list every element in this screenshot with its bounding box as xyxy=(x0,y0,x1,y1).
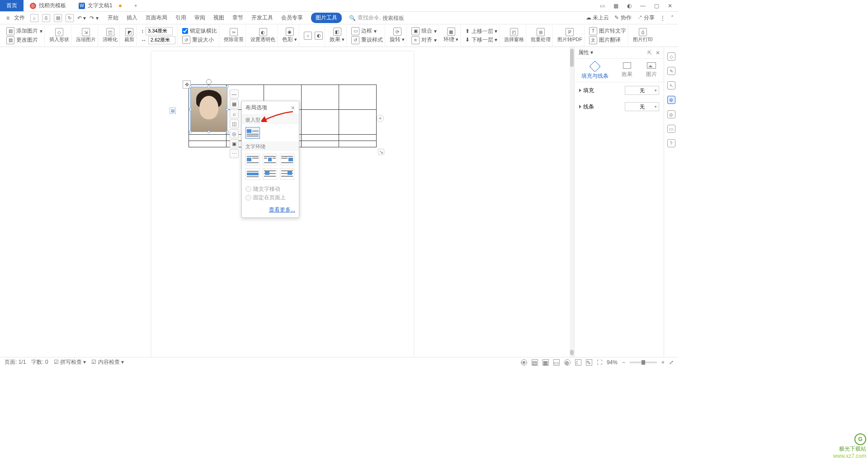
view-edit-icon[interactable]: ✎ xyxy=(586,359,592,366)
reset-size-icon[interactable]: ↺ xyxy=(182,36,190,44)
print-pic-icon[interactable]: ⎙ xyxy=(639,28,647,36)
outline-indicator-icon[interactable]: ▤ xyxy=(170,108,176,114)
wrap-inline-option[interactable] xyxy=(245,127,260,139)
view-outline-icon[interactable]: ▦ xyxy=(542,359,549,366)
border-icon[interactable]: ▭ xyxy=(351,27,359,35)
rotate-handle[interactable] xyxy=(206,79,212,85)
avatar-icon[interactable]: ◐ xyxy=(626,2,633,9)
maximize-button[interactable]: ▢ xyxy=(653,2,660,9)
wrap-front-option[interactable] xyxy=(280,168,294,180)
remove-bg-button[interactable]: 抠除背景 xyxy=(224,36,244,43)
more-icon[interactable]: ⋮ xyxy=(660,15,665,21)
panel-tab-effect[interactable]: 效果 xyxy=(622,62,632,80)
compress-icon[interactable]: ⇲ xyxy=(82,28,90,36)
transparency-button[interactable]: 设置透明色 xyxy=(250,36,275,43)
rail-settings-icon[interactable]: ⚙ xyxy=(667,96,675,104)
layout1-icon[interactable]: ▭ xyxy=(599,2,606,9)
expand-line-icon[interactable] xyxy=(579,105,581,108)
canvas-area[interactable]: ✥ ▤ — ▦ ⌕ ◫ ◎ ▣ ⋯ + ↘ 布局选项✕ 嵌入型 文字环绕 xyxy=(0,47,574,357)
tab-devtools[interactable]: 开发工具 xyxy=(251,14,273,22)
handle-br[interactable] xyxy=(226,131,229,133)
tab-document[interactable]: W文字文稿1 xyxy=(72,0,128,11)
tab-templates[interactable]: D找稻壳模板 xyxy=(24,0,72,11)
handle-ml[interactable] xyxy=(189,108,192,111)
rail-diamond-icon[interactable]: ◇ xyxy=(667,52,675,61)
collapse-button[interactable]: — xyxy=(230,89,239,99)
crop-button[interactable]: 裁剪 xyxy=(124,36,134,43)
height-input[interactable] xyxy=(146,27,173,35)
bring-front-button[interactable]: ⬆ 上移一层 ▾ xyxy=(465,28,497,35)
share-button[interactable]: ↗ 分享 xyxy=(637,14,655,22)
wrap-button[interactable]: 环绕 xyxy=(443,36,454,42)
tab-reference[interactable]: 引用 xyxy=(175,14,186,22)
search-input[interactable] xyxy=(382,15,432,21)
see-more-link[interactable]: 查看更多... xyxy=(269,207,295,213)
change-image-button[interactable]: 更改图片 xyxy=(16,36,38,44)
rail-help-icon[interactable]: ? xyxy=(667,139,675,147)
rail-brush-icon[interactable]: ✎ xyxy=(667,67,675,75)
handle-tl[interactable] xyxy=(189,85,192,88)
rotate-button[interactable]: 旋转 xyxy=(390,36,401,42)
color-icon[interactable]: ◉ xyxy=(286,28,294,36)
expand-fill-icon[interactable] xyxy=(579,89,581,92)
color-button[interactable]: 色彩 xyxy=(282,36,293,42)
fill-dropdown[interactable]: 无 xyxy=(625,86,659,95)
contentcheck-toggle[interactable]: ☑ 内容检查 ▾ xyxy=(91,358,124,366)
tab-pagelayout[interactable]: 页面布局 xyxy=(146,14,167,22)
crop-icon[interactable]: ◩ xyxy=(125,28,133,36)
redo-button[interactable]: ↷ ▾ xyxy=(90,15,98,21)
tab-insert[interactable]: 插入 xyxy=(127,14,137,22)
layout-button[interactable]: ▦ xyxy=(230,99,239,108)
view-read-icon[interactable]: ▭ xyxy=(553,359,560,366)
fit-icon[interactable]: ⛶ xyxy=(597,359,602,366)
topdf-icon[interactable]: P xyxy=(566,28,574,36)
crop-float-button[interactable]: ◫ xyxy=(230,119,239,128)
batch-icon[interactable]: ⊞ xyxy=(537,28,545,36)
combine-button[interactable]: 组合 xyxy=(421,27,432,35)
align-icon[interactable]: ≡ xyxy=(411,36,420,44)
coord-button[interactable]: ▣ xyxy=(230,139,239,148)
effect-icon[interactable]: ◧ xyxy=(333,28,341,36)
line-dropdown[interactable]: 无 xyxy=(625,102,659,111)
eye-icon[interactable]: 👁 xyxy=(521,359,527,366)
translate-icon[interactable]: 文 xyxy=(589,36,597,44)
border-button[interactable]: 边框 xyxy=(361,27,372,35)
change-image-icon[interactable]: ▧ xyxy=(6,36,14,44)
combine-icon[interactable]: ▣ xyxy=(411,27,420,35)
view-web-icon[interactable]: ⊕ xyxy=(564,359,571,366)
selpane-icon[interactable]: ◰ xyxy=(510,28,518,36)
shape-icon[interactable]: ◇ xyxy=(55,28,63,36)
zoom-slider[interactable] xyxy=(630,362,657,363)
contrast-icon[interactable]: ◐ xyxy=(315,32,323,40)
close-button[interactable]: ✕ xyxy=(666,2,674,9)
sharpen-button[interactable]: 清晰化 xyxy=(103,36,118,43)
bright-icon[interactable]: ☼ xyxy=(304,32,312,40)
add-image-icon[interactable]: ▧ xyxy=(6,27,14,35)
rotate-icon[interactable]: ⟳ xyxy=(393,28,401,36)
translate-button[interactable]: 图片翻译 xyxy=(599,36,621,44)
pin-icon[interactable]: ⇱ xyxy=(647,50,652,56)
view-page-icon[interactable]: ▤ xyxy=(532,359,538,366)
add-column-button[interactable]: + xyxy=(377,115,384,122)
send-back-button[interactable]: ⬇ 下移一层 ▾ xyxy=(465,36,497,44)
add-image-button[interactable]: 添加图片 xyxy=(16,27,38,35)
preview-icon[interactable]: ▤ xyxy=(54,14,62,22)
effect-button[interactable]: 效果 xyxy=(330,36,340,42)
handle-bm[interactable] xyxy=(208,131,210,133)
wrap-topbottom-option[interactable] xyxy=(245,168,260,180)
char-count[interactable]: 字数: 0 xyxy=(31,358,48,366)
tab-review[interactable]: 审阅 xyxy=(194,14,205,22)
more-float-button[interactable]: ⋯ xyxy=(230,149,239,158)
batch-button[interactable]: 批量处理 xyxy=(531,36,551,43)
resize-table-handle[interactable]: ↘ xyxy=(378,149,384,155)
idea-button[interactable]: ◎ xyxy=(230,129,239,138)
file-menu[interactable]: 文件 xyxy=(14,14,25,22)
print-icon[interactable]: ⎙ xyxy=(42,14,50,22)
width-input[interactable] xyxy=(148,36,175,44)
panel-close-button[interactable]: ✕ xyxy=(656,50,660,56)
new-tab-button[interactable]: + xyxy=(128,0,144,11)
search-icon[interactable]: 🔍 xyxy=(349,15,356,21)
to-text-button[interactable]: 图片转文字 xyxy=(599,27,626,35)
zoom-out-button[interactable]: − xyxy=(622,359,625,366)
collab-button[interactable]: ✎ 协作 xyxy=(614,14,631,22)
